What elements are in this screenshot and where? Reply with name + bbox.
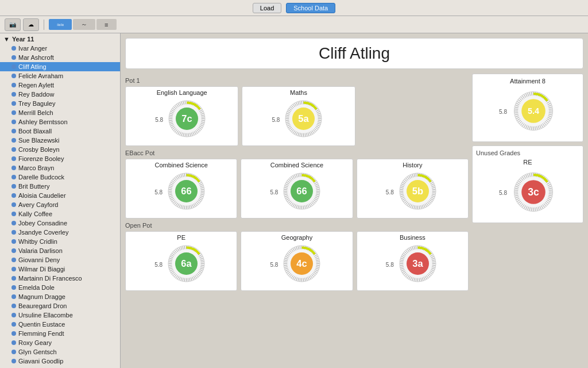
sidebar-item-label: Giovanni Deny	[18, 256, 60, 263]
svg-line-584	[549, 194, 552, 194]
svg-text:4c: 4c	[297, 258, 307, 269]
student-name-box: Cliff Atling	[125, 38, 583, 69]
sidebar-item[interactable]: Magnum Dragge	[0, 292, 120, 301]
sidebar-item-label: Valaria Darlison	[18, 247, 63, 254]
svg-line-471	[419, 278, 420, 282]
sidebar-item[interactable]: Avery Cayford	[0, 200, 120, 209]
gauge-card-label: Maths	[290, 89, 307, 96]
sidebar-item[interactable]: Fiorenze Booley	[0, 154, 120, 163]
sidebar-item[interactable]: Glyn Gentsch	[0, 347, 120, 356]
svg-line-438	[300, 246, 301, 250]
sidebar-item[interactable]: Cliff Atling	[0, 62, 120, 71]
gauge-dial: 66	[280, 170, 323, 214]
right-column: Attainment 8 5.8 5.4 Unused Grades RE	[469, 74, 583, 293]
pot1-grid: English Language5.8 7c Maths5.8 5a	[125, 86, 469, 146]
gauge-value-label: 5.8	[155, 117, 163, 123]
gauge-svg: 4c	[280, 242, 323, 285]
svg-text:66: 66	[297, 186, 307, 196]
sidebar-item[interactable]: Giovanni Deny	[0, 255, 120, 264]
sidebar-item[interactable]: Sue Blazewski	[0, 136, 120, 145]
sidebar-item[interactable]: Felicle Avraham	[0, 71, 120, 80]
sidebar-item-label: Fiorenze Booley	[18, 155, 64, 162]
nav-tab-2[interactable]: ～	[73, 19, 95, 30]
sidebar-dot-icon	[11, 184, 16, 189]
sidebar-item-label: Whitby Cridlin	[18, 238, 57, 245]
sidebar-dot-icon	[11, 46, 16, 51]
sidebar-dot-icon	[11, 166, 16, 170]
top-toolbar: Load School Data	[0, 0, 588, 16]
sidebar-item[interactable]: Whitby Cridlin	[0, 237, 120, 246]
attainment-gauge: 5.4	[510, 88, 556, 136]
unused-gauge: 3c	[510, 169, 556, 217]
sidebar-item-label: Trey Baguley	[18, 100, 55, 107]
gauge-svg: 3a	[396, 242, 439, 285]
gauge-svg: 5.4	[510, 88, 556, 134]
sidebar-item[interactable]: Regen Aylett	[0, 80, 120, 90]
sidebar-item[interactable]: Ivar Anger	[0, 44, 120, 53]
sidebar-item[interactable]: Wilmar Di Biaggi	[0, 264, 120, 274]
sidebar-item[interactable]: Martainn Di Francesco	[0, 274, 120, 283]
camera-icon[interactable]: 📷	[5, 18, 21, 31]
sidebar-item[interactable]: Giavani Goodlip	[0, 356, 120, 366]
sidebar-item[interactable]: Rey Baddow	[0, 90, 120, 99]
sidebar-item-label: Marco Brayn	[18, 164, 54, 171]
sidebar-item[interactable]: Marco Brayn	[0, 163, 120, 172]
sidebar-item[interactable]: Aloisia Caudelier	[0, 191, 120, 200]
svg-line-345	[188, 278, 188, 282]
sidebar-item-label: Ursuline Ellacombe	[18, 312, 73, 319]
sidebar-item[interactable]: Emelda Dole	[0, 283, 120, 292]
sidebar-item[interactable]: Valaria Darlison	[0, 246, 120, 255]
svg-line-410	[300, 278, 301, 282]
sidebar-item[interactable]: Boot Blaxall	[0, 126, 120, 136]
sidebar-item[interactable]: Darelle Budcock	[0, 172, 120, 182]
gauge-card-label: Business	[400, 234, 425, 241]
load-button[interactable]: Load	[253, 3, 281, 13]
gauge-value-label: 5.8	[386, 189, 394, 195]
sidebar-item[interactable]: Mar Ashcroft	[0, 53, 120, 62]
sidebar-item[interactable]: Quentin Eustace	[0, 320, 120, 329]
sidebar-item[interactable]: Brit Buttery	[0, 182, 120, 191]
svg-line-521	[549, 113, 552, 113]
svg-line-299	[400, 189, 404, 190]
sidebar-item[interactable]: Flemming Fendt	[0, 329, 120, 338]
sidebar-item[interactable]: Jobey Consadine	[0, 218, 120, 228]
sidebar-item[interactable]: Trey Baguley	[0, 99, 120, 108]
svg-text:5a: 5a	[299, 113, 310, 124]
sidebar-item[interactable]: Hewett Goodswen	[0, 366, 120, 368]
content-area: Cliff Atling Pot 1 English Language5.8 7…	[121, 33, 588, 368]
gauge-svg: 66	[280, 170, 323, 213]
gauge-value-label: 5.8	[270, 262, 278, 268]
sidebar-dot-icon	[11, 101, 16, 106]
svg-line-599	[532, 208, 532, 211]
open-grid: PE5.8 6a Geography5.8 4c Business5.8 3a	[125, 231, 469, 291]
sidebar-dot-icon	[11, 276, 16, 281]
sidebar-item-label: Quentin Eustace	[18, 321, 65, 328]
sidebar-item[interactable]: Kally Coffee	[0, 209, 120, 218]
cloud-icon[interactable]: ☁	[23, 18, 39, 31]
sidebar-item[interactable]: Roxy Geary	[0, 338, 120, 347]
sidebar-item[interactable]: Beauregard Dron	[0, 301, 120, 310]
gauge-card-label: PE	[177, 234, 185, 241]
sidebar-dot-icon	[11, 331, 16, 336]
sidebar-group-header[interactable]: ▼ Year 11	[0, 34, 120, 44]
sidebar-item[interactable]: Crosby Boleyn	[0, 145, 120, 154]
sidebar-item[interactable]: Ashley Berntsson	[0, 117, 120, 126]
svg-line-536	[532, 126, 532, 130]
sidebar-item-label: Ashley Berntsson	[18, 118, 68, 125]
sidebar-item-label: Boot Blaxall	[18, 128, 52, 135]
svg-line-519	[549, 109, 552, 110]
sidebar-item[interactable]: Jsandye Coverley	[0, 228, 120, 237]
svg-line-347	[184, 278, 185, 282]
gauge-dial: 6a	[165, 242, 208, 287]
school-data-button[interactable]: School Data	[286, 3, 335, 13]
svg-line-488	[400, 262, 404, 262]
sidebar-item[interactable]: Merrill Belch	[0, 108, 120, 117]
gauge-dial: 3a	[396, 242, 439, 287]
svg-line-486	[400, 265, 404, 266]
nav-tab-1[interactable]: ≈≈	[49, 19, 72, 30]
gauge-value-label: 5.8	[154, 189, 163, 195]
sidebar-group-label: Year 11	[12, 36, 34, 43]
sidebar-dot-icon	[11, 212, 16, 216]
nav-tab-3[interactable]: ≡	[96, 19, 116, 30]
sidebar-item[interactable]: Ursuline Ellacombe	[0, 310, 120, 320]
